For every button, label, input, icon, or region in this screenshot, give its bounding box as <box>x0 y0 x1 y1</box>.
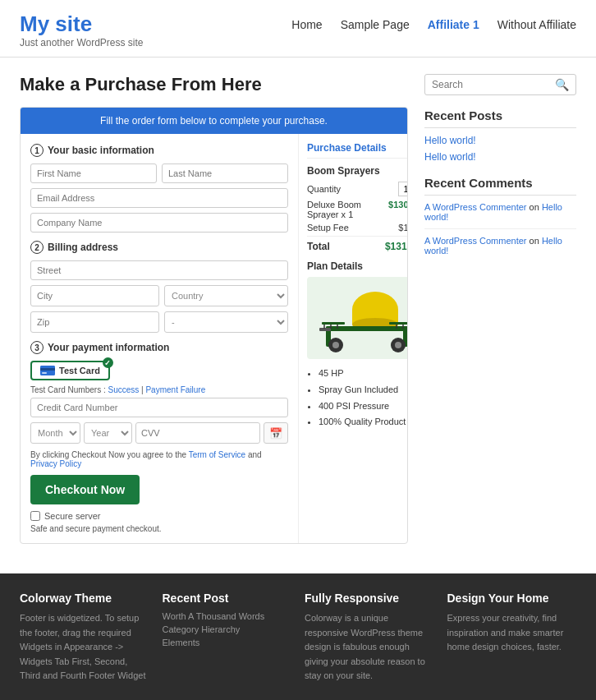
year-select[interactable]: Year <box>84 422 132 444</box>
footer-col-2: Fully Responsive Colorway is a unique re… <box>305 592 434 684</box>
calendar-icon[interactable]: 📅 <box>264 422 288 444</box>
test-card-button[interactable]: Test Card ✓ <box>30 361 110 380</box>
section1-number: 1 <box>30 144 44 157</box>
email-input[interactable] <box>30 188 288 208</box>
nav-home[interactable]: Home <box>291 18 322 31</box>
nav-affiliate1[interactable]: Affiliate 1 <box>428 18 479 31</box>
city-input[interactable] <box>30 285 159 306</box>
checkout-button[interactable]: Checkout Now <box>30 475 140 504</box>
footer-col-3-title: Design Your Home <box>447 592 577 605</box>
secure-checkbox[interactable] <box>30 511 40 521</box>
post-link-1[interactable]: Hello world! <box>424 151 576 163</box>
item-row: Deluxe Boom Sprayer x 1 $1300.00 <box>307 200 408 219</box>
safe-text: Safe and secure payment checkout. <box>30 524 288 533</box>
form-left-col: 1 Your basic information <box>21 134 299 543</box>
total-row: Total $1310.00 <box>307 236 408 252</box>
quantity-input[interactable] <box>398 182 408 196</box>
card-icon <box>40 366 55 375</box>
first-name-input[interactable] <box>30 163 157 183</box>
credit-card-input[interactable] <box>30 398 288 417</box>
terms-link[interactable]: Term of Service <box>189 450 245 459</box>
plan-details-title: Plan Details <box>307 260 408 272</box>
item-price: $1300.00 <box>388 200 408 219</box>
section3-title: Your payment information <box>48 342 169 353</box>
site-title: My site <box>20 12 144 37</box>
footer-col-3-text: Express your creativity, find inspiratio… <box>447 611 577 655</box>
form-body: 1 Your basic information <box>21 134 407 543</box>
svg-rect-2 <box>42 372 47 374</box>
recent-comments-section: Recent Comments A WordPress Commenter on… <box>424 176 576 256</box>
section3-number: 3 <box>30 341 44 354</box>
quantity-row: Quantity <box>307 182 408 196</box>
zip-input[interactable] <box>30 311 159 333</box>
dash-select[interactable]: - <box>164 311 288 333</box>
feature-quality: 100% Quality Product <box>319 414 408 431</box>
setup-fee-row: Setup Fee $10.00 <box>307 223 408 233</box>
footer-link-2[interactable]: Elements <box>163 638 292 647</box>
success-link[interactable]: Success <box>108 385 139 394</box>
comment-row-1: A WordPress Commenter on Hello world! <box>424 236 576 256</box>
section1-title: Your basic information <box>48 145 154 156</box>
page-title: Make a Purchase From Here <box>20 74 408 95</box>
feature-psi: 400 PSI Pressure <box>319 398 408 415</box>
purchase-details-title: Purchase Details <box>307 142 408 159</box>
commenter-0[interactable]: A WordPress Commenter <box>424 202 527 212</box>
comment-row-0: A WordPress Commenter on Hello world! <box>424 202 576 229</box>
plan-image <box>307 277 408 359</box>
main-wrapper: Make a Purchase From Here Fill the order… <box>0 58 596 560</box>
svg-rect-13 <box>319 328 331 331</box>
recent-posts-section: Recent Posts Hello world! Hello world! <box>424 108 576 163</box>
sidebar: 🔍 Recent Posts Hello world! Hello world!… <box>424 74 576 544</box>
footer-col-0-text: Footer is widgetized. To setup the foote… <box>20 611 149 684</box>
test-card-numbers: Test Card Numbers : Success | Payment Fa… <box>30 385 288 394</box>
country-select[interactable]: Country <box>164 285 288 306</box>
plan-features: 45 HP Spray Gun Included 400 PSI Pressur… <box>307 366 408 431</box>
section-payment: 3 Your payment information Test Card ✓ <box>30 341 288 444</box>
recent-comments-title: Recent Comments <box>424 176 576 196</box>
section-basic-info: 1 Your basic information <box>30 144 288 233</box>
section3-label: 3 Your payment information <box>30 341 288 354</box>
street-input[interactable] <box>30 260 288 280</box>
section2-label: 2 Billing address <box>30 241 288 254</box>
feature-hp: 45 HP <box>319 366 408 382</box>
failure-link[interactable]: Payment Failure <box>145 385 205 394</box>
feature-spray-gun: Spray Gun Included <box>319 382 408 398</box>
nav-without-affiliate[interactable]: Without Affiliate <box>497 18 576 31</box>
footer-col-2-title: Fully Responsive <box>305 592 434 605</box>
month-select[interactable]: Month <box>30 422 80 444</box>
footer-link-1[interactable]: Category Hierarchy <box>163 624 292 634</box>
footer-col-0: Colorway Theme Footer is widgetized. To … <box>20 592 149 684</box>
company-input[interactable] <box>30 213 288 233</box>
footer-col-0-title: Colorway Theme <box>20 592 149 605</box>
search-input[interactable] <box>432 79 555 90</box>
site-tagline: Just another WordPress site <box>20 37 144 48</box>
svg-point-12 <box>395 342 401 348</box>
footer-main: Colorway Theme Footer is widgetized. To … <box>0 573 596 700</box>
commenter-1[interactable]: A WordPress Commenter <box>424 236 527 246</box>
form-card-header: Fill the order form below to complete yo… <box>21 108 407 134</box>
footer-col-2-text: Colorway is a unique responsive WordPres… <box>305 611 434 684</box>
search-icon: 🔍 <box>555 78 569 91</box>
last-name-input[interactable] <box>162 163 288 183</box>
test-card-label: Test Card <box>59 366 100 375</box>
secure-label: Secure server <box>44 511 100 521</box>
footer-col-3: Design Your Home Express your creativity… <box>447 592 577 684</box>
footer-link-0[interactable]: Worth A Thousand Words <box>163 611 292 621</box>
svg-rect-15 <box>389 322 409 325</box>
product-name: Boom Sprayers <box>307 165 408 177</box>
cvv-input[interactable] <box>135 422 260 444</box>
search-box: 🔍 <box>424 74 576 95</box>
privacy-link[interactable]: Privacy Policy <box>30 459 81 468</box>
setup-fee-price: $10.00 <box>398 223 408 233</box>
post-link-0[interactable]: Hello world! <box>424 135 576 146</box>
nav-sample-page[interactable]: Sample Page <box>341 18 410 31</box>
form-right-col: Purchase Details Boom Sprayers Quantity … <box>299 134 408 543</box>
main-nav: Home Sample Page Affiliate 1 Without Aff… <box>291 18 576 31</box>
svg-rect-14 <box>322 322 345 325</box>
purchase-form-card: Fill the order form below to complete yo… <box>20 107 408 544</box>
footer-col-1: Recent Post Worth A Thousand Words Categ… <box>163 592 292 684</box>
section-billing: 2 Billing address Country - <box>30 241 288 333</box>
total-price: $1310.00 <box>385 241 408 252</box>
section2-title: Billing address <box>48 242 118 253</box>
header: My site Just another WordPress site Home… <box>0 0 596 58</box>
